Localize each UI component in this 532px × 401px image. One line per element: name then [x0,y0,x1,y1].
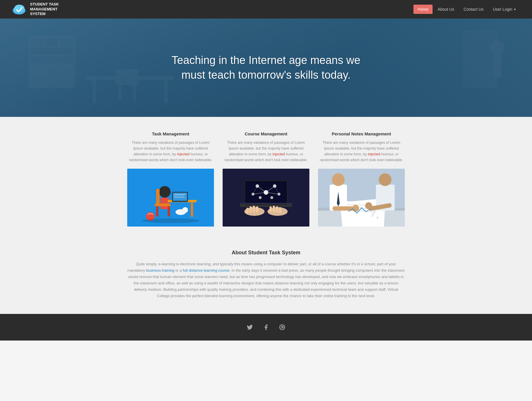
svg-rect-25 [155,203,171,206]
about-description: Quite simply, e-learning is electronic l… [127,261,405,299]
svg-rect-84 [332,206,356,211]
hero-section: Teaching in the Internet age means we mu… [0,19,532,117]
facebook-icon[interactable] [261,323,271,332]
svg-point-50 [259,196,262,199]
svg-rect-62 [253,206,255,212]
feature-desc-2: There are many variations of passages of… [223,140,309,163]
nav-user-login[interactable]: User Login ▼ [489,5,520,14]
dribbble-icon[interactable] [278,323,287,332]
brand-title: STUDENT TASK MANAGEMENT SYSTEM [30,2,59,17]
feature-notes-management: Personal Notes Management There are many… [318,131,405,163]
feature-title-1: Task Management [127,131,214,136]
logo-icon [12,2,27,17]
feature-task-management: Task Management There are many variation… [127,131,214,163]
twitter-icon[interactable] [245,323,254,332]
svg-rect-44 [240,203,292,204]
feature-image-2 [223,169,309,227]
svg-rect-60 [246,208,249,214]
features-grid: Task Management There are many variation… [127,131,405,163]
svg-rect-63 [256,206,258,212]
feature-title-2: Course Management [223,131,309,136]
nav-home[interactable]: Home [413,5,432,14]
svg-rect-67 [279,207,281,213]
svg-point-83 [379,173,391,186]
svg-point-22 [159,186,171,198]
feature-desc-1: There are many variations of passages of… [127,140,214,163]
feature-image-1 [127,169,214,227]
nav-brand: STUDENT TASK MANAGEMENT SYSTEM [12,2,59,17]
about-title: About Student Task System [12,250,520,256]
svg-point-87 [365,202,372,209]
notes-illustration [318,169,405,227]
about-section: About Student Task System Quite simply, … [0,244,532,314]
features-section: Task Management There are many variation… [0,117,532,244]
svg-point-86 [352,205,359,212]
svg-rect-66 [276,206,278,213]
svg-point-37 [185,207,188,211]
feature-images [127,169,405,227]
hero-content: Teaching in the Internet age means we mu… [165,53,367,83]
svg-point-39 [142,218,200,223]
dropdown-arrow-icon: ▼ [513,8,516,11]
svg-rect-64 [269,206,272,212]
svg-point-80 [332,173,345,186]
navbar: STUDENT TASK MANAGEMENT SYSTEM Home Abou… [0,0,532,19]
svg-rect-29 [191,202,193,217]
network-illustration [223,169,309,227]
feature-title-3: Personal Notes Management [318,131,405,136]
feature-desc-3: There are many variations of passages of… [318,140,405,163]
svg-rect-61 [250,206,252,213]
svg-rect-26 [156,206,158,216]
feature-course-management: Course Management There are many variati… [223,131,309,163]
svg-rect-31 [173,193,187,201]
svg-rect-21 [127,169,214,227]
footer [0,314,532,341]
nav-contact[interactable]: Contact Us [459,5,487,14]
nav-about[interactable]: About Us [434,5,459,14]
task-illustration [127,169,214,227]
svg-point-51 [270,196,273,199]
feature-image-3 [318,169,405,227]
svg-rect-65 [273,206,275,212]
nav-links: Home About Us Contact Us User Login ▼ [413,5,520,14]
hero-heading: Teaching in the Internet age means we mu… [171,53,361,83]
svg-rect-27 [168,206,170,216]
